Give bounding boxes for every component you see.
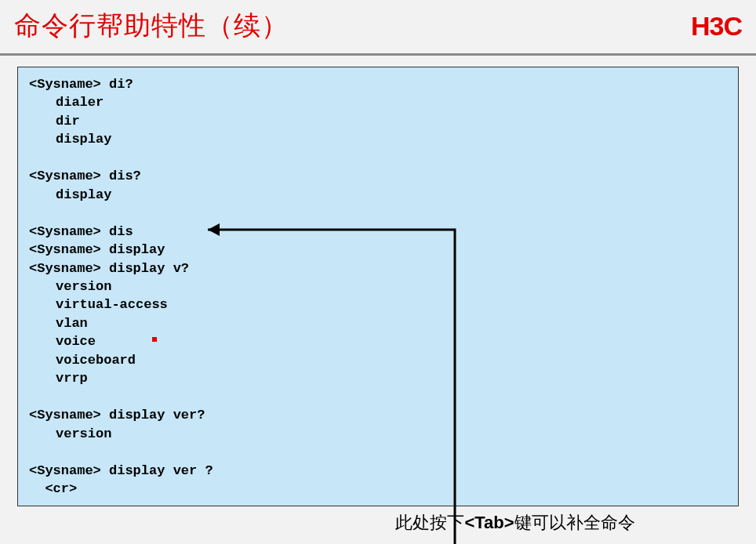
terminal-command-line: <Sysname> display [29,241,727,259]
caption-suffix: 键可以补全命令 [514,513,635,532]
terminal-output-line: voiceboard [29,351,727,369]
slide-title: 命令行帮助特性（续） [14,8,289,44]
terminal-box: <Sysname> di?dialerdirdisplay<Sysname> d… [17,67,739,506]
caption-key: <Tab> [464,513,514,532]
terminal-output-line: display [29,130,727,148]
terminal-output-line: vrrp [29,369,727,387]
h3c-logo: H3C [691,11,742,42]
terminal-command-line: <Sysname> display ver ? [29,462,727,480]
terminal-output-line: dialer [29,93,727,111]
red-marker [152,337,157,342]
terminal-output-line: virtual-access [29,296,727,314]
caption-prefix: 此处按下 [395,513,464,532]
terminal-command-line: <cr> [29,480,727,498]
slide-content: <Sysname> di?dialerdirdisplay<Sysname> d… [0,56,756,542]
terminal-command-line: <Sysname> display v? [29,259,727,277]
terminal-command-line: <Sysname> dis [29,223,727,241]
caption-text: 此处按下<Tab>键可以补全命令 [17,511,739,535]
terminal-output-line: display [29,186,727,204]
terminal-output-line: vlan [29,314,727,332]
terminal-output-line: dir [29,112,727,130]
terminal-output-line: version [29,425,727,443]
terminal-command-line: <Sysname> di? [29,75,727,93]
terminal-command-line: <Sysname> dis? [29,167,727,185]
terminal-output-line: version [29,277,727,296]
terminal-command-line: <Sysname> display ver? [29,406,727,424]
slide-header: 命令行帮助特性（续） H3C [0,0,756,56]
terminal-output-line: voice [29,332,727,350]
